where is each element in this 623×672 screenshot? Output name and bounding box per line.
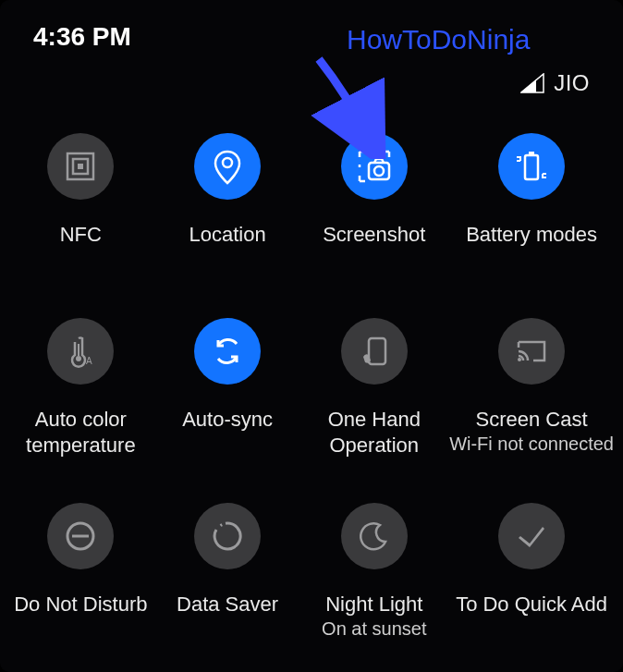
one-hand-icon — [341, 318, 408, 385]
svg-point-3 — [223, 158, 232, 167]
carrier-label: JIO — [554, 70, 590, 96]
location-icon — [194, 133, 261, 200]
cast-icon — [498, 318, 565, 385]
clock: 4:36 PM — [33, 22, 131, 52]
tile-label: Location — [185, 222, 269, 248]
svg-rect-10 — [369, 338, 385, 364]
tile-todo-quick-add[interactable]: To Do Quick Add — [447, 490, 616, 672]
dnd-icon — [47, 503, 114, 569]
data-saver-icon — [194, 503, 261, 569]
tile-label: NFC — [56, 222, 105, 248]
tile-label: To Do Quick Add — [452, 592, 611, 617]
tile-screen-cast[interactable]: Screen Cast Wi-Fi not connected — [447, 305, 616, 490]
tile-label: Do Not Disturb — [10, 592, 151, 617]
tile-auto-sync[interactable]: Auto-sync — [154, 305, 301, 490]
tile-one-hand[interactable]: One Hand Operation — [300, 305, 447, 490]
tile-label: Auto color temperature — [7, 407, 154, 458]
tile-auto-color-temp[interactable]: A Auto color temperature — [7, 305, 154, 490]
svg-rect-2 — [78, 164, 83, 169]
tile-label: Screen Cast — [472, 407, 592, 433]
tile-data-saver[interactable]: Data Saver — [154, 490, 301, 672]
tile-dnd[interactable]: Do Not Disturb — [7, 490, 154, 672]
svg-rect-4 — [369, 163, 389, 179]
sync-icon — [194, 318, 261, 385]
tile-night-light[interactable]: Night Light On at sunset — [300, 490, 447, 672]
svg-point-11 — [518, 358, 521, 361]
tile-nfc[interactable]: NFC — [7, 120, 154, 305]
moon-icon — [341, 503, 408, 569]
tile-label: One Hand Operation — [300, 407, 447, 458]
tile-location[interactable]: Location — [154, 120, 301, 305]
screenshot-icon — [341, 133, 408, 200]
svg-text:A: A — [86, 356, 92, 366]
tile-sublabel: Wi-Fi not connected — [447, 433, 616, 455]
tile-label: Data Saver — [173, 592, 282, 617]
thermometer-icon: A — [47, 318, 114, 385]
svg-rect-6 — [525, 155, 538, 179]
carrier-area: JIO — [520, 70, 590, 96]
nfc-icon — [47, 133, 114, 200]
battery-icon — [498, 133, 565, 200]
tile-screenshot[interactable]: Screenshot — [300, 120, 447, 305]
tile-label: Screenshot — [319, 222, 429, 248]
quick-settings-panel: 4:36 PM JIO HowToDoNinja — [0, 0, 623, 672]
tile-label: Night Light — [322, 592, 426, 617]
tile-label: Battery modes — [462, 222, 601, 248]
tile-label: Auto-sync — [178, 407, 276, 433]
check-icon — [498, 503, 565, 569]
tile-sublabel: On at sunset — [320, 617, 428, 640]
svg-point-5 — [374, 166, 384, 176]
quick-settings-grid: NFC Location — [0, 120, 623, 672]
signal-icon — [520, 73, 544, 93]
svg-point-8 — [76, 356, 81, 361]
svg-rect-7 — [529, 152, 534, 155]
status-bar: 4:36 PM — [0, 0, 623, 67]
tile-battery-modes[interactable]: Battery modes — [447, 120, 616, 305]
